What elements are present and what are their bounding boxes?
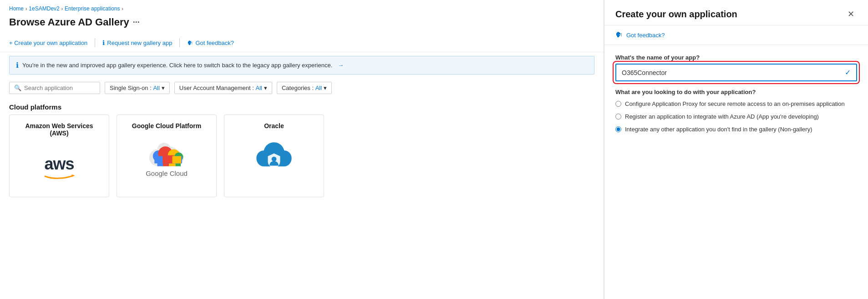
app-card-aws[interactable]: Amazon Web Services (AWS) aws [9,115,109,197]
sso-filter-label: Single Sign-on : All [110,85,160,91]
request-gallery-label: Request new gallery app [107,40,172,46]
app-name-label: What's the name of your app? [615,54,857,61]
info-banner: ℹ You're in the new and improved app gal… [9,56,594,75]
svg-marker-0 [71,174,75,177]
section-title: Cloud platforms [0,98,604,115]
ellipsis-menu[interactable]: ··· [133,18,140,27]
oracle-logo-area [244,137,304,182]
person-feedback-icon: 🗣 [187,40,193,46]
aws-card-name: Amazon Web Services (AWS) [17,122,102,137]
page-title-row: Browse Azure AD Gallery ··· [0,15,604,34]
person-icon: 🗣 [615,31,623,39]
radio-proxy-label: Configure Application Proxy for secure r… [625,100,845,108]
gcloud-text: Google Cloud [146,169,188,177]
feedback-row[interactable]: 🗣 Got feedback? [604,25,868,45]
close-button[interactable]: ✕ [845,9,857,19]
search-icon: 🔍 [14,85,21,91]
request-gallery-button[interactable]: ℹ Request new gallery app [102,37,172,48]
svg-rect-6 [162,155,174,163]
search-box: 🔍 [9,82,100,94]
svg-point-8 [272,157,277,162]
breadcrumb-home[interactable]: Home [9,5,24,12]
toolbar-divider-1 [95,38,95,47]
aws-logo-area: aws [30,144,89,189]
banner-link[interactable]: → [338,62,344,69]
radio-option-proxy[interactable]: Configure Application Proxy for secure r… [615,100,857,108]
feedback-toolbar-button[interactable]: 🗣 Got feedback? [187,38,234,48]
radio-integrate-label: Integrate any other application you don'… [625,125,812,134]
app-card-gcp[interactable]: Google Cloud Platform [117,115,217,197]
feedback-label: Got feedback? [626,32,665,39]
chevron-icon-3: › [122,6,123,11]
feedback-toolbar-label: Got feedback? [195,40,234,46]
radio-register[interactable] [615,114,621,120]
radio-option-register[interactable]: Register an application to integrate wit… [615,113,857,121]
app-intent-section: What are you looking to do with your app… [615,89,857,139]
breadcrumb: Home › 1eSAMDev2 › Enterprise applicatio… [0,0,604,15]
banner-text: You're in the new and improved app galle… [22,62,332,69]
app-name-input[interactable] [622,69,842,76]
app-name-field: ✓ [617,65,855,80]
uam-filter-label: User Account Management : All [179,85,262,91]
chevron-icon-2: › [61,6,63,11]
app-name-section: What's the name of your app? ✓ [615,54,857,81]
page-title: Browse Azure AD Gallery [9,16,129,28]
search-input[interactable] [24,85,95,91]
toolbar: + Create your own application ℹ Request … [0,34,604,52]
app-intent-question: What are you looking to do with your app… [615,89,857,95]
aws-text: aws [44,154,74,174]
app-card-oracle[interactable]: Oracle [224,115,324,197]
gcloud-cloud-icon [148,142,185,167]
left-panel: Home › 1eSAMDev2 › Enterprise applicatio… [0,0,604,299]
chevron-icon-1: › [25,6,27,11]
aws-logo: aws [43,154,75,179]
svg-rect-7 [172,156,181,163]
gcp-card-name: Google Cloud Platform [132,122,201,130]
create-app-button[interactable]: + Create your own application [9,38,87,48]
gcp-logo: Google Cloud [146,142,188,177]
gcp-logo-area: Google Cloud [137,137,196,182]
oracle-card-name: Oracle [264,122,284,130]
categories-filter-label: Categories : All [282,85,322,91]
radio-register-label: Register an application to integrate wit… [625,113,819,121]
categories-filter-button[interactable]: Categories : All ▾ [277,82,332,94]
panel-header: Create your own application ✕ [604,0,868,25]
info-circle-icon: ℹ [102,39,105,46]
cards-row: Amazon Web Services (AWS) aws Google Clo… [0,115,604,206]
info-icon: ℹ [16,61,19,70]
checkmark-icon: ✓ [845,68,851,77]
categories-chevron-icon: ▾ [324,85,327,91]
sso-chevron-icon: ▾ [162,85,165,91]
uam-filter-button[interactable]: User Account Management : All ▾ [174,82,272,94]
uam-chevron-icon: ▾ [264,85,267,91]
aws-arrow-icon [43,174,75,179]
toolbar-divider-2 [179,38,180,47]
sso-filter-button[interactable]: Single Sign-on : All ▾ [105,82,170,94]
breadcrumb-dev[interactable]: 1eSAMDev2 [29,5,59,12]
radio-option-integrate[interactable]: Integrate any other application you don'… [615,125,857,134]
right-panel: Create your own application ✕ 🗣 Got feed… [604,0,868,299]
breadcrumb-enterprise[interactable]: Enterprise applications [65,5,120,12]
app-name-field-wrapper: ✓ [615,64,857,81]
radio-integrate[interactable] [615,126,621,132]
filters-row: 🔍 Single Sign-on : All ▾ User Account Ma… [0,78,604,98]
panel-title: Create your own application [615,9,737,20]
radio-proxy[interactable] [615,101,621,107]
oracle-logo-icon [254,139,294,180]
panel-body: What's the name of your app? ✓ What are … [604,45,868,148]
